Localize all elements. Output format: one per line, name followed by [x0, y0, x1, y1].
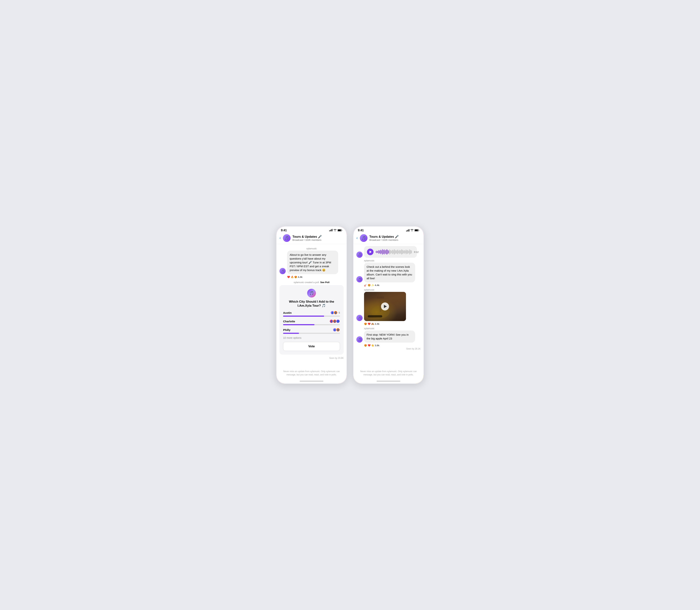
poll-system-message: xylamusic created a poll. See Poll: [280, 281, 344, 284]
message-row-2: 🎵 Check out a behind the scenes look at …: [356, 263, 420, 283]
voter-count-austin: 5: [339, 311, 340, 314]
waveform: [376, 249, 412, 255]
video-bubble[interactable]: [364, 292, 406, 321]
poll-more-options: 10 more options: [283, 336, 340, 339]
waveform-bar: [382, 249, 383, 255]
waveform-bar: [377, 251, 377, 253]
status-bar-right: 9:41: [353, 227, 423, 233]
waveform-bar: [387, 250, 388, 254]
voice-message-row: 🎵 0:12: [356, 246, 420, 258]
waveform-bar: [383, 250, 384, 254]
waveform-bar: [407, 250, 408, 254]
signal-icon-left: [329, 229, 333, 232]
svg-rect-2: [331, 229, 332, 231]
waveform-bar: [379, 250, 379, 254]
waveform-bar: [400, 250, 401, 254]
svg-rect-9: [409, 229, 410, 231]
svg-rect-14: [377, 296, 384, 299]
waveform-bar: [392, 250, 393, 254]
reactions-3[interactable]: 😍 ❤️ 🙈 2.4k: [364, 322, 420, 325]
channel-subtitle-right: Broadcast • 102K members: [369, 239, 420, 241]
status-icons-left: [329, 229, 342, 232]
svg-rect-1: [330, 230, 331, 231]
reactions-4[interactable]: 😍 ❤️ 👋 3.8k: [364, 344, 420, 347]
poll-voters-austin: 👤 👤 5: [330, 311, 340, 315]
svg-rect-8: [408, 229, 409, 231]
message-bubble-2: Check out a behind the scenes look at th…: [364, 263, 415, 283]
play-button[interactable]: [367, 248, 373, 255]
voice-bubble[interactable]: 0:12: [364, 246, 417, 258]
waveform-bar: [385, 250, 385, 254]
header-info-left: Tours & Updates 🎤 Broadcast • 102K membe…: [293, 235, 344, 241]
message-row-4: 🎵 First stop: NEW YORK! See you in the b…: [356, 331, 420, 342]
sender-avatar-1: 🎵: [280, 268, 286, 274]
svg-rect-0: [329, 230, 330, 231]
poll-card: 🎵 Which City Should I Add to the I.Am.Xy…: [280, 285, 344, 355]
waveform-bar: [411, 251, 412, 253]
sender-avatar-3: 🎵: [356, 315, 363, 321]
waveform-bar: [388, 251, 389, 253]
poll-title: Which City Should I Add to the I.Am.Xyla…: [283, 300, 340, 308]
waveform-bar: [378, 251, 378, 253]
poll-option-header-philly: Philly 👤 👤: [283, 328, 340, 332]
phones-container: 9:41 ‹ 🎵 Tours & Updates 🎤 Broadcast • 1…: [276, 226, 424, 384]
reactions-1[interactable]: ❤️ 🔥 😍 4.4k: [287, 276, 344, 278]
video-play-button[interactable]: [381, 302, 389, 310]
channel-title-right: Tours & Updates 🎤: [369, 235, 420, 239]
waveform-bar: [401, 250, 402, 255]
waveform-bar: [386, 250, 386, 254]
poll-label-philly: Philly: [283, 328, 290, 332]
waveform-bar: [387, 249, 387, 255]
waveform-bar: [407, 250, 407, 254]
waveform-bar: [391, 251, 392, 253]
reactions-2[interactable]: 🎸 🤩 ✨ 4.4k: [364, 284, 420, 287]
svg-rect-6: [406, 230, 407, 231]
sender-name-3: xylamusic: [364, 288, 420, 291]
home-indicator-left: [300, 381, 323, 382]
home-indicator-right: [377, 381, 400, 382]
waveform-bar: [409, 251, 409, 253]
seen-text-left: Seen by 23.8K: [280, 356, 344, 361]
poll-option-charlotte: Charlotte 👤 👤 👤: [283, 319, 340, 325]
voter-avatar-7: 👤: [336, 328, 340, 332]
message-bubble-1: About to go live to answer any questions…: [287, 251, 338, 274]
poll-bar-fill-charlotte: [283, 324, 314, 325]
waveform-bar: [384, 250, 384, 255]
waveform-bar: [399, 250, 400, 254]
channel-title-left: Tours & Updates 🎤: [293, 235, 344, 239]
poll-bar-fill-philly: [283, 333, 299, 334]
waveform-bar: [379, 251, 380, 253]
voice-duration: 0:12: [414, 251, 419, 253]
sender-avatar-voice: 🎵: [356, 252, 363, 258]
waveform-bar: [404, 250, 404, 254]
back-button-left[interactable]: ‹: [280, 236, 281, 240]
waveform-bar: [389, 250, 390, 255]
waveform-bar: [398, 250, 398, 254]
poll-bar-bg-philly: [283, 333, 340, 334]
chat-area-left[interactable]: xylamusic 🎵 About to go live to answer a…: [277, 244, 347, 368]
poll-label-charlotte: Charlotte: [283, 320, 295, 323]
see-poll-link[interactable]: See Poll: [320, 281, 330, 284]
sender-name-2: xylamusic: [364, 259, 420, 262]
poll-option-austin: Austin 👤 👤 5: [283, 311, 340, 317]
wifi-icon-left: [334, 229, 336, 232]
chat-header-left: ‹ 🎵 Tours & Updates 🎤 Broadcast • 102K m…: [277, 233, 347, 244]
waveform-bar: [405, 251, 405, 253]
waveform-bar: [410, 250, 410, 255]
chat-area-right[interactable]: 🎵 0:12 xylamusic 🎵 Check out a behind th…: [353, 244, 423, 368]
poll-bar-fill-austin: [283, 316, 324, 317]
back-button-right[interactable]: ‹: [356, 236, 358, 240]
sender-avatar-2: 🎵: [356, 276, 363, 283]
poll-vote-button[interactable]: Vote: [283, 342, 340, 351]
poll-bar-bg-austin: [283, 316, 340, 317]
status-time-right: 9:41: [358, 229, 364, 232]
svg-rect-7: [407, 230, 407, 231]
signal-icon-right: [406, 229, 410, 232]
waveform-bar: [396, 251, 396, 253]
poll-option-header-austin: Austin 👤 👤 5: [283, 311, 340, 315]
sender-avatar-4: 🎵: [356, 336, 363, 342]
poll-voters-philly: 👤 👤: [333, 328, 340, 332]
footer-note-right: Never miss an update from xylamusic. Onl…: [353, 368, 423, 379]
header-info-right: Tours & Updates 🎤 Broadcast • 102K membe…: [369, 235, 420, 241]
waveform-bar: [399, 251, 399, 253]
